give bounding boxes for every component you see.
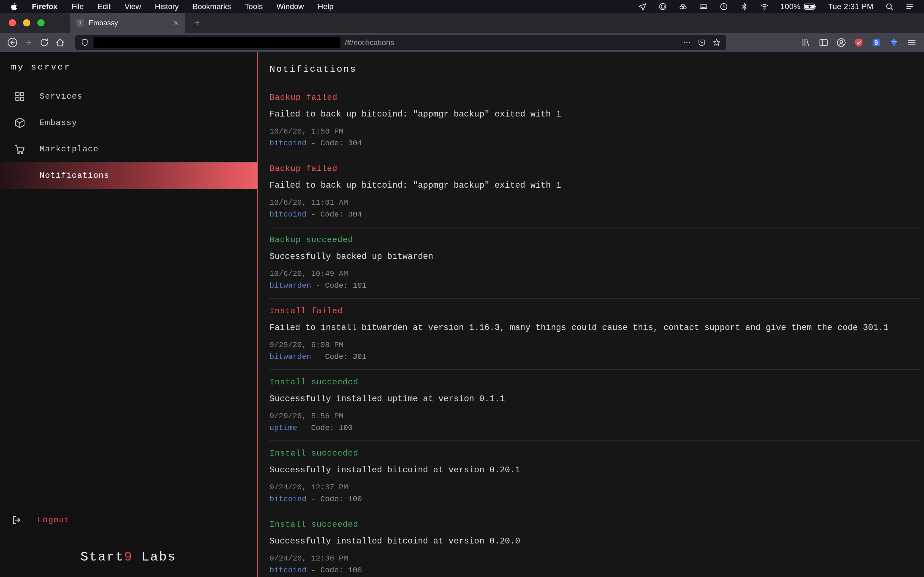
menubar-items: FirefoxFileEditViewHistoryBookmarksTools… (32, 2, 334, 11)
clock-icon[interactable] (719, 2, 728, 11)
notification-title: Backup succeeded (270, 235, 919, 245)
notification-code: - Code: 304 (311, 210, 362, 219)
adblock-extension-icon[interactable] (854, 37, 864, 48)
search-icon[interactable] (885, 2, 894, 11)
notification-title: Install succeeded (270, 377, 919, 387)
bitwarden-extension-icon[interactable] (871, 37, 882, 48)
notification-service-link[interactable]: bitcoind (270, 566, 306, 575)
notification-code: - Code: 101 (316, 281, 367, 290)
notification-message: Successfully installed bitcoind at versi… (270, 465, 919, 475)
menubar-item[interactable]: Help (318, 2, 334, 11)
menubar-item[interactable]: Bookmarks (192, 2, 231, 11)
menubar-item[interactable]: Edit (97, 2, 111, 11)
apple-icon[interactable] (10, 2, 18, 11)
new-tab-button[interactable] (194, 19, 201, 26)
library-icon[interactable] (801, 37, 811, 48)
notification-code: - Code: 100 (311, 566, 362, 575)
sidebar-item-notifications[interactable]: Notifications (0, 163, 257, 189)
notification-center-icon[interactable] (905, 2, 914, 11)
notification-code-line: bitcoind - Code: 100 (270, 495, 919, 503)
menubar-clock[interactable]: Tue 2:31 PM (828, 2, 873, 11)
macos-menubar: FirefoxFileEditViewHistoryBookmarksTools… (0, 0, 924, 13)
bookmark-star-icon[interactable] (712, 38, 721, 47)
url-bar[interactable]: /#/notifications (75, 35, 726, 50)
notification-code-line: bitcoind - Code: 100 (270, 566, 919, 575)
notification-item: Install succeeded Successfully installed… (270, 512, 919, 577)
pocket-icon[interactable] (698, 38, 706, 47)
close-window-button[interactable] (9, 19, 16, 26)
notification-code: - Code: 304 (311, 139, 362, 148)
notification-list: Backup failed Failed to back up bitcoind… (270, 85, 924, 577)
brand-post: Labs (133, 550, 176, 564)
sidebar-toggle-icon[interactable] (818, 37, 829, 48)
wifi-icon[interactable] (760, 2, 769, 11)
bell-icon (14, 169, 26, 182)
notification-timestamp: 9/29/20, 5:56 PM (270, 412, 919, 421)
tab-close-icon[interactable] (172, 19, 179, 26)
menubar-item[interactable]: File (71, 2, 84, 11)
sidebar-item-marketplace[interactable]: Marketplace (0, 136, 257, 163)
home-button[interactable] (55, 37, 65, 48)
cube-icon (14, 117, 26, 129)
forward-button[interactable] (23, 37, 34, 48)
logout-label: Logout (37, 516, 69, 525)
keyboard-icon[interactable] (699, 2, 708, 11)
page-title: Notifications (270, 64, 924, 75)
notification-title: Backup failed (270, 164, 919, 173)
notification-message: Failed to install bitwarden at version 1… (270, 323, 919, 332)
tracking-shield-icon[interactable] (80, 38, 89, 47)
hamburger-menu-icon[interactable] (906, 37, 917, 48)
notification-service-link[interactable]: bitcoind (270, 139, 306, 148)
notification-title: Install succeeded (270, 520, 919, 529)
sidebar: my server Services Embassy Marketplace N… (0, 52, 258, 577)
menubar-item[interactable]: View (124, 2, 141, 11)
zoom-window-button[interactable] (37, 19, 45, 26)
sidebar-item-label: Embassy (40, 118, 77, 127)
battery-status[interactable]: 100% (780, 2, 817, 11)
notification-service-link[interactable]: bitwarden (270, 281, 311, 290)
account-icon[interactable] (836, 37, 846, 48)
toolbar-right-icons (801, 37, 917, 48)
menubar-left: FirefoxFileEditViewHistoryBookmarksTools… (10, 2, 334, 11)
notification-code-line: bitcoind - Code: 304 (270, 139, 919, 148)
reload-button[interactable] (39, 37, 50, 48)
notification-timestamp: 10/6/20, 10:49 AM (270, 269, 919, 278)
page-actions-icon[interactable] (683, 38, 691, 47)
sidebar-item-label: Services (40, 92, 82, 101)
cart-icon (14, 143, 26, 155)
notification-title: Install failed (270, 306, 919, 316)
menubar-item[interactable]: History (155, 2, 179, 11)
url-redaction (94, 37, 341, 48)
battery-icon (804, 3, 816, 10)
notification-code-line: bitwarden - Code: 101 (270, 281, 919, 290)
notification-message: Successfully installed uptime at version… (270, 394, 919, 404)
notification-timestamp: 9/29/20, 6:08 PM (270, 341, 919, 349)
notification-service-link[interactable]: bitwarden (270, 353, 311, 361)
notification-timestamp: 10/6/20, 1:50 PM (270, 127, 919, 136)
sidebar-item-embassy[interactable]: Embassy (0, 110, 257, 136)
menubar-item[interactable]: Window (276, 2, 304, 11)
back-button[interactable] (7, 37, 18, 48)
notification-service-link[interactable]: uptime (270, 424, 297, 432)
swirl-icon[interactable] (658, 2, 667, 11)
binoculars-icon[interactable] (679, 2, 688, 11)
notification-code: - Code: 100 (311, 495, 362, 503)
notification-message: Failed to back up bitcoind: "appmgr back… (270, 110, 919, 119)
menubar-status-area: 100% Tue 2:31 PM (638, 2, 914, 11)
browser-tab[interactable]: 3 Embassy (70, 13, 185, 33)
url-path[interactable]: /#/notifications (345, 38, 394, 47)
notification-service-link[interactable]: bitcoind (270, 210, 306, 219)
logout-button[interactable]: Logout (0, 515, 257, 525)
paper-plane-icon[interactable] (638, 2, 647, 11)
server-name: my server (11, 62, 257, 72)
notification-item: Install failed Failed to install bitward… (270, 299, 919, 370)
notification-service-link[interactable]: bitcoind (270, 495, 306, 503)
notification-item: Backup failed Failed to back up bitcoind… (270, 85, 919, 156)
sidebar-item-services[interactable]: Services (0, 83, 257, 110)
minimize-window-button[interactable] (23, 19, 30, 26)
notification-timestamp: 9/24/20, 12:36 PM (270, 554, 919, 563)
gem-extension-icon[interactable] (889, 37, 899, 48)
bluetooth-icon[interactable] (740, 2, 748, 11)
menubar-item[interactable]: Firefox (32, 2, 58, 11)
menubar-item[interactable]: Tools (245, 2, 263, 11)
